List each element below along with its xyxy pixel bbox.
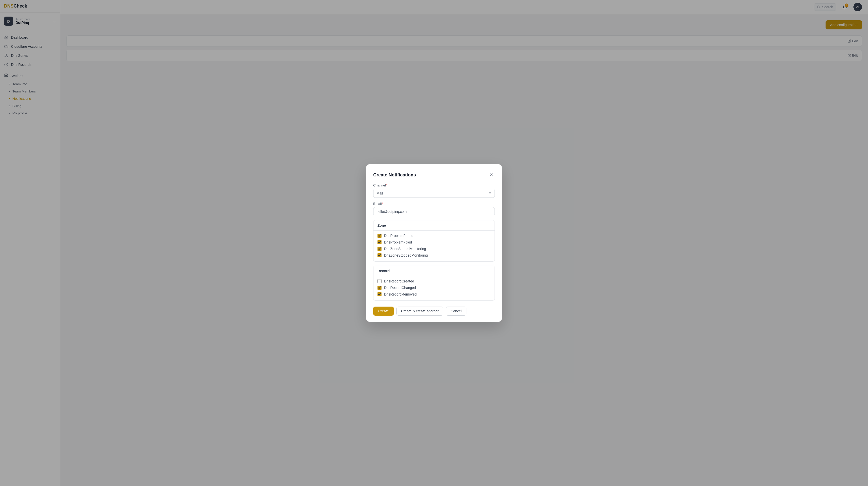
zone-section-header: Zone [373, 220, 495, 231]
checkbox-row-dns-zone-started: DnsZoneStartedMonitoring [377, 247, 491, 251]
checkbox-dns-problem-fixed[interactable] [377, 240, 381, 244]
create-another-button[interactable]: Create & create another [396, 307, 443, 315]
channel-label-text: Channel [373, 183, 386, 187]
channel-label: Channel* [373, 183, 495, 187]
checkbox-label-dns-record-removed: DnsRecordRemoved [384, 292, 417, 296]
checkbox-dns-record-created[interactable] [377, 279, 381, 283]
checkbox-row-dns-zone-stopped: DnsZoneStoppedMonitoring [377, 253, 491, 257]
create-notifications-modal: Create Notifications ✕ Channel* Mail Sla… [366, 164, 502, 322]
checkbox-label-dns-record-created: DnsRecordCreated [384, 279, 414, 283]
modal-overlay[interactable]: Create Notifications ✕ Channel* Mail Sla… [0, 0, 868, 486]
checkbox-dns-zone-started[interactable] [377, 247, 381, 251]
zone-section: Zone DnsProblemFound DnsProblemFixed Dns… [373, 220, 495, 262]
checkbox-label-dns-zone-stopped: DnsZoneStoppedMonitoring [384, 253, 428, 257]
checkbox-row-dns-record-created: DnsRecordCreated [377, 279, 491, 283]
checkbox-label-dns-problem-found: DnsProblemFound [384, 234, 413, 238]
required-star-email: * [382, 202, 383, 206]
modal-footer: Create Create & create another Cancel [373, 305, 495, 315]
checkbox-label-dns-record-changed: DnsRecordChanged [384, 286, 416, 290]
checkbox-dns-record-changed[interactable] [377, 286, 381, 290]
email-label-text: Email [373, 202, 382, 206]
checkbox-dns-problem-found[interactable] [377, 234, 381, 238]
checkbox-row-dns-record-removed: DnsRecordRemoved [377, 292, 491, 296]
modal-title: Create Notifications [373, 172, 416, 178]
checkbox-row-dns-problem-fixed: DnsProblemFixed [377, 240, 491, 244]
checkbox-row-dns-problem-found: DnsProblemFound [377, 234, 491, 238]
checkbox-label-dns-problem-fixed: DnsProblemFixed [384, 240, 412, 244]
checkbox-row-dns-record-changed: DnsRecordChanged [377, 286, 491, 290]
email-form-group: Email* [373, 202, 495, 216]
record-section: Record DnsRecordCreated DnsRecordChanged… [373, 266, 495, 301]
modal-close-button[interactable]: ✕ [488, 172, 495, 178]
channel-select[interactable]: Mail Slack Webhook [373, 189, 495, 198]
checkbox-dns-record-removed[interactable] [377, 292, 381, 296]
required-star: * [386, 183, 387, 187]
email-label: Email* [373, 202, 495, 206]
record-section-body: DnsRecordCreated DnsRecordChanged DnsRec… [373, 276, 495, 300]
record-section-header: Record [373, 266, 495, 276]
modal-header: Create Notifications ✕ [373, 172, 495, 178]
checkbox-dns-zone-stopped[interactable] [377, 253, 381, 257]
checkbox-label-dns-zone-started: DnsZoneStartedMonitoring [384, 247, 426, 251]
channel-form-group: Channel* Mail Slack Webhook [373, 183, 495, 198]
email-input[interactable] [373, 207, 495, 216]
zone-section-body: DnsProblemFound DnsProblemFixed DnsZoneS… [373, 231, 495, 261]
create-button[interactable]: Create [373, 307, 394, 315]
cancel-button[interactable]: Cancel [446, 307, 466, 315]
